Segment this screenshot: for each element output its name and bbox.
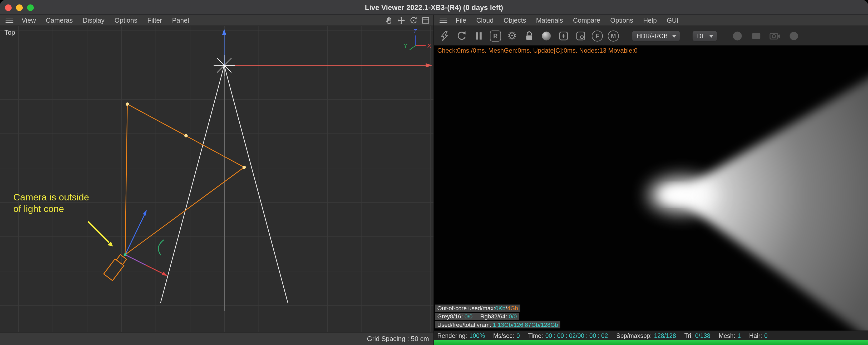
live-viewer-panel: File Cloud Objects Materials Compare Opt… [434,15,868,345]
disabled-film-icon [750,30,763,42]
close-button[interactable] [5,4,11,11]
menu-help[interactable]: Help [638,16,662,24]
menu-icon[interactable] [439,18,447,23]
rendered-light-beam [434,45,868,331]
lock-resolution-icon[interactable] [523,30,535,42]
rotate-camera-icon[interactable] [409,16,418,25]
spp-status: Spp/maxspp:128/128 [616,332,676,339]
disabled-tools [731,30,800,42]
menu-file[interactable]: File [451,16,471,24]
render-check-status: Check:0ms./0ms. MeshGen:0ms. Update[C]:0… [437,47,638,54]
camera-rotation-handle[interactable] [158,240,164,255]
annotation-line2: of light cone [13,203,89,215]
camera-x-axis-arrowhead [162,272,168,276]
axis-y-label: Y [403,42,407,49]
out-of-core-row: Out-of-core used/max:0Kb/4Gb [435,305,520,312]
chevron-down-icon [672,34,677,37]
hair-status: Hair:0 [749,332,768,339]
refresh-icon[interactable] [456,30,468,42]
mesh-status: Mesh:1 [719,332,741,339]
live-viewer-menubar: File Cloud Objects Materials Compare Opt… [434,15,868,26]
buffers-row: Grey8/16: 0/0Rgb32/64: 0/0 [435,313,519,320]
rendering-status: Rendering:100% [437,332,485,339]
viewport-panel: View Cameras Display Options Filter Pane… [0,15,433,345]
minimize-button[interactable] [16,4,23,11]
vram-row: Used/free/total vram: 1.13Gb/126.87Gb/12… [435,321,560,328]
tri-status: Tri:0/138 [684,332,711,339]
app-window: Live Viewer 2022.1-XB3-(R4) (0 days left… [0,0,868,345]
grid-spacing-label: Grid Spacing : 50 cm [367,335,429,343]
viewport-nav-icons [385,16,430,25]
axis-x-label: X [427,42,431,49]
titlebar: Live Viewer 2022.1-XB3-(R4) (0 days left… [0,0,868,15]
traffic-lights [5,4,34,11]
pan-hand-icon[interactable] [385,16,394,25]
render-statusbar: Rendering:100% Ms/sec:0 Time:00 : 00 : 0… [434,331,868,340]
menu-objects[interactable]: Objects [498,16,531,24]
axis-z-label: Z [413,28,417,34]
window-title: Live Viewer 2022.1-XB3-(R4) (0 days left… [365,3,503,11]
time-status: Time:00 : 00 : 02/00 : 00 : 02 [528,332,608,339]
picker-region-icon[interactable] [575,30,587,42]
axis-gizmo: Z X Y [403,28,431,50]
menu-options-left[interactable]: Options [110,16,143,24]
menu-display[interactable]: Display [78,16,110,24]
camera-body[interactable] [104,254,128,281]
render-mode-dropdown[interactable]: DL [692,30,718,41]
render-progress-bar [434,340,868,345]
material-picker-button[interactable]: M [608,30,619,41]
toggle-view-icon[interactable] [421,16,430,25]
menu-view[interactable]: View [17,16,41,24]
disabled-circle-icon [788,30,800,42]
menu-compare[interactable]: Compare [568,16,606,24]
menu-panel[interactable]: Panel [167,16,194,24]
light-z-axis-arrowhead [222,29,226,35]
menu-cloud[interactable]: Cloud [471,16,499,24]
region-render-button[interactable]: R [490,30,501,41]
vram-stats-overlay: Out-of-core used/max:0Kb/4Gb Grey8/16: 0… [435,303,560,328]
camera-pivot-point[interactable] [124,253,127,256]
render-toolbar: R ⚙ F M HDR/sRGB DL [434,26,868,45]
chevron-down-icon [709,34,714,37]
viewport-status-strip: Grid Spacing : 50 cm [0,332,433,345]
menu-materials[interactable]: Materials [531,16,568,24]
material-ball-icon[interactable] [540,30,553,42]
menu-options-right[interactable]: Options [605,16,638,24]
move-camera-icon[interactable] [397,16,406,25]
camera-axis-segment [125,255,146,265]
camera-x-axis-handle[interactable] [146,265,164,274]
camera-z-axis-handle[interactable] [125,215,145,255]
viewport-menubar: View Cameras Display Options Filter Pane… [0,15,433,26]
light-x-axis-arrowhead [426,63,432,67]
add-region-icon[interactable] [558,30,569,42]
frustum-handles[interactable] [126,102,246,169]
annotation-text: Camera is outside of light cone [13,192,89,215]
pause-icon[interactable] [473,30,485,42]
camera-z-axis-arrowhead [143,210,147,216]
camera-frustum[interactable] [125,104,244,255]
restart-render-icon[interactable] [438,30,451,42]
viewport-view-label[interactable]: Top [4,29,15,36]
spotlight-cone[interactable] [161,65,288,311]
disabled-ball-icon [731,30,743,42]
disabled-camera-icon [769,30,781,42]
focus-picker-button[interactable]: F [592,30,603,41]
menu-gui[interactable]: GUI [662,16,684,24]
mssec-status: Ms/sec:0 [493,332,520,339]
menu-filter[interactable]: Filter [143,16,167,24]
settings-gear-icon[interactable]: ⚙ [506,30,518,42]
viewport-canvas[interactable]: Z X Y Top Camera is outside of light con… [0,26,433,332]
zoom-button[interactable] [27,4,34,11]
menu-cameras[interactable]: Cameras [41,16,78,24]
light-icon[interactable] [214,55,235,76]
colorspace-dropdown[interactable]: HDR/sRGB [631,30,680,41]
menu-icon[interactable] [5,18,13,23]
viewport-scene: Z X Y [0,26,433,332]
annotation-arrow [88,221,109,243]
annotation-line1: Camera is outside [13,192,89,203]
render-view[interactable]: Check:0ms./0ms. MeshGen:0ms. Update[C]:0… [434,45,868,331]
